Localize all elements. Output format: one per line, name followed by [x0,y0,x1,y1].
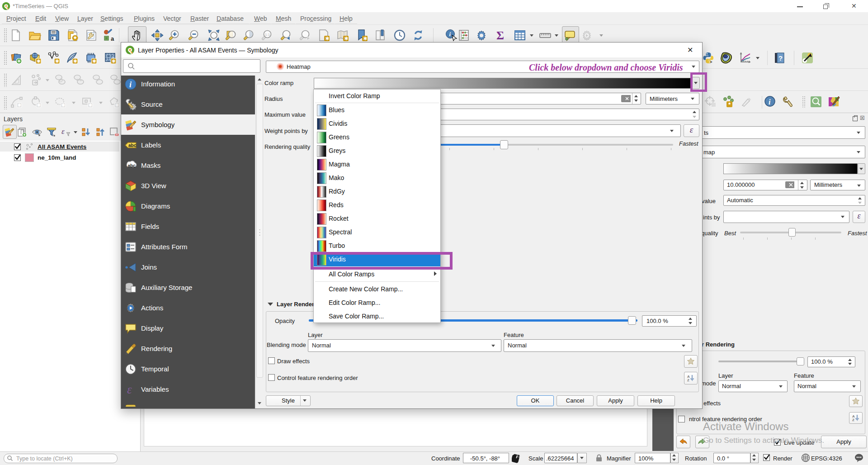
svg-text:ε: ε [61,127,65,136]
svg-text:i: i [129,80,132,89]
svg-text:✱: ✱ [363,36,367,41]
svg-text:ε: ε [127,384,132,395]
svg-text:✱: ✱ [18,103,21,108]
svg-text:✱: ✱ [344,36,348,41]
svg-text:✱: ✱ [325,36,329,41]
svg-text:✱: ✱ [37,58,41,64]
svg-text:abc: abc [128,143,137,148]
svg-text:✱: ✱ [112,58,116,64]
svg-text:>: > [710,60,712,64]
svg-text:abc: abc [128,163,136,168]
svg-text:✱: ✱ [37,103,41,108]
svg-text:✱: ✱ [73,58,77,64]
svg-text:a: a [111,35,114,42]
svg-text:1:1: 1:1 [265,33,270,37]
svg-text:✱: ✱ [61,103,65,108]
svg-text:✱: ✱ [115,103,119,108]
svg-text:✱: ✱ [55,58,59,64]
svg-text:i: i [449,31,451,38]
svg-text:Z: Z [852,418,854,422]
svg-text:✱: ✱ [92,58,96,64]
svg-text:Z: Z [687,378,689,382]
svg-text:Σ: Σ [496,29,504,42]
svg-text:i: i [769,98,771,106]
svg-text:?: ? [778,54,783,62]
svg-text:✱: ✱ [89,103,92,108]
